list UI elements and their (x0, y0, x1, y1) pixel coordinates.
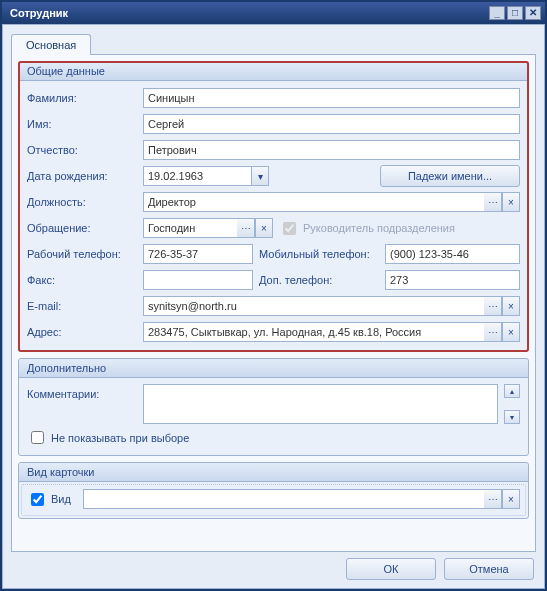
group-additional: Дополнительно Комментарии: ▴ ▾ Не показы… (18, 358, 529, 456)
last-name-label: Фамилия: (27, 92, 137, 104)
birth-date-picker[interactable]: ▾ (143, 166, 269, 186)
view-clear-icon[interactable]: × (502, 489, 520, 509)
comments-scroll-up-icon[interactable]: ▴ (504, 384, 520, 398)
salutation-label: Обращение: (27, 222, 137, 234)
email-input[interactable] (143, 296, 484, 316)
position-ellipsis-icon[interactable]: ⋯ (484, 192, 502, 212)
titlebar: Сотрудник _ □ ✕ (2, 2, 545, 24)
comments-scroll-down-icon[interactable]: ▾ (504, 410, 520, 424)
tab-main[interactable]: Основная (11, 34, 91, 55)
mobile-phone-label: Мобильный телефон: (259, 248, 379, 260)
is-manager-label: Руководитель подразделения (303, 222, 455, 234)
view-input[interactable] (83, 489, 484, 509)
group-cardview-title: Вид карточки (19, 463, 528, 482)
maximize-button[interactable]: □ (507, 6, 523, 20)
window-title: Сотрудник (6, 7, 489, 19)
address-label: Адрес: (27, 326, 137, 338)
first-name-input[interactable] (143, 114, 520, 134)
view-label: Вид (51, 493, 71, 505)
group-additional-body: Комментарии: ▴ ▾ Не показывать при выбор… (19, 378, 528, 455)
group-general-title: Общие данные (19, 62, 528, 81)
group-cardview-body: Вид ⋯ × (19, 482, 528, 518)
is-manager-check: Руководитель подразделения (279, 219, 455, 238)
work-phone-label: Рабочий телефон: (27, 248, 137, 260)
salutation-ellipsis-icon[interactable]: ⋯ (237, 218, 255, 238)
address-input[interactable] (143, 322, 484, 342)
hide-in-select-row[interactable]: Не показывать при выборе (27, 428, 520, 447)
email-ellipsis-icon[interactable]: ⋯ (484, 296, 502, 316)
group-general: Общие данные Фамилия: Имя: Отчество: (18, 61, 529, 352)
address-combo: ⋯ × (143, 322, 520, 342)
position-combo: ⋯ × (143, 192, 520, 212)
extra-phone-input[interactable] (385, 270, 520, 290)
fax-input[interactable] (143, 270, 253, 290)
cancel-button[interactable]: Отмена (444, 558, 534, 580)
salutation-clear-icon[interactable]: × (255, 218, 273, 238)
comments-scroll: ▴ ▾ (504, 384, 520, 424)
name-cases-button[interactable]: Падежи имени... (380, 165, 520, 187)
client-area: Основная Общие данные Фамилия: Имя: Отч (2, 24, 545, 589)
salutation-combo: ⋯ × (143, 218, 273, 238)
is-manager-checkbox (283, 222, 296, 235)
address-clear-icon[interactable]: × (502, 322, 520, 342)
comments-label: Комментарии: (27, 384, 137, 424)
email-clear-icon[interactable]: × (502, 296, 520, 316)
group-cardview: Вид карточки Вид ⋯ × (18, 462, 529, 519)
hide-in-select-label: Не показывать при выборе (51, 432, 189, 444)
close-button[interactable]: ✕ (525, 6, 541, 20)
position-input[interactable] (143, 192, 484, 212)
group-general-body: Фамилия: Имя: Отчество: Дата рождения: (19, 81, 528, 351)
view-check-row[interactable]: Вид (27, 490, 71, 509)
position-label: Должность: (27, 196, 137, 208)
email-label: E-mail: (27, 300, 137, 312)
email-combo: ⋯ × (143, 296, 520, 316)
titlebar-buttons: _ □ ✕ (489, 6, 541, 20)
birth-date-label: Дата рождения: (27, 170, 137, 182)
minimize-button[interactable]: _ (489, 6, 505, 20)
group-additional-title: Дополнительно (19, 359, 528, 378)
tabstrip: Основная (11, 33, 536, 54)
extra-phone-label: Доп. телефон: (259, 274, 379, 286)
salutation-input[interactable] (143, 218, 237, 238)
view-ellipsis-icon[interactable]: ⋯ (484, 489, 502, 509)
view-checkbox[interactable] (31, 493, 44, 506)
fax-label: Факс: (27, 274, 137, 286)
middle-name-input[interactable] (143, 140, 520, 160)
dialog-footer: ОК Отмена (11, 552, 536, 580)
first-name-label: Имя: (27, 118, 137, 130)
work-phone-input[interactable] (143, 244, 253, 264)
birth-date-dropdown-icon[interactable]: ▾ (251, 166, 269, 186)
employee-window: Сотрудник _ □ ✕ Основная Общие данные Фа… (0, 0, 547, 591)
view-combo: ⋯ × (83, 489, 520, 509)
mobile-phone-input[interactable] (385, 244, 520, 264)
middle-name-label: Отчество: (27, 144, 137, 156)
ok-button[interactable]: ОК (346, 558, 436, 580)
address-ellipsis-icon[interactable]: ⋯ (484, 322, 502, 342)
position-clear-icon[interactable]: × (502, 192, 520, 212)
comments-textarea[interactable] (143, 384, 498, 424)
hide-in-select-checkbox[interactable] (31, 431, 44, 444)
last-name-input[interactable] (143, 88, 520, 108)
birth-date-input[interactable] (143, 166, 251, 186)
tab-panel-main: Общие данные Фамилия: Имя: Отчество: (11, 54, 536, 552)
